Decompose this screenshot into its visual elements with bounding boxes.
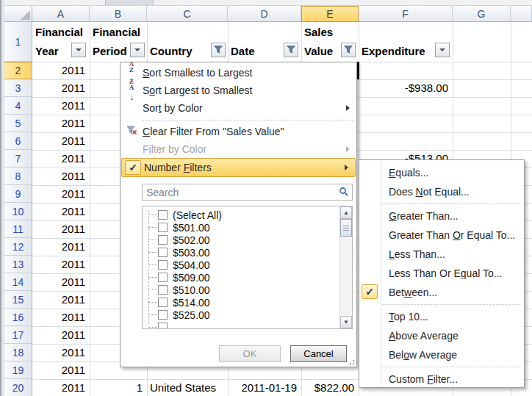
menu-item-sort-by-color[interactable]: Sort by Color (121, 99, 356, 117)
checkbox[interactable] (158, 310, 168, 320)
checkbox[interactable] (158, 223, 168, 232)
cell-E20[interactable]: $822.00 (301, 379, 358, 396)
list-scrollbar[interactable]: ▲ ▼ (339, 206, 352, 328)
value-item-525-00[interactable]: $525.00 (143, 309, 352, 321)
scroll-down-button[interactable]: ▼ (340, 316, 352, 328)
checkbox[interactable] (158, 298, 168, 307)
cell-A7[interactable]: 2011 (32, 150, 89, 168)
row-header-9[interactable]: 9 (4, 185, 32, 203)
row-header-11[interactable]: 11 (4, 220, 32, 238)
row-header-15[interactable]: 15 (4, 291, 32, 309)
expenditure-filter-button[interactable] (435, 43, 450, 57)
cell-A19[interactable]: 2011 (32, 361, 89, 379)
cell-A18[interactable]: 2011 (32, 344, 89, 361)
row-header-3[interactable]: 3 (4, 79, 32, 97)
submenu-item-less-than[interactable]: Less Than... (359, 245, 524, 264)
cell-A13[interactable]: 2011 (32, 256, 89, 273)
cell-A16[interactable]: 2011 (32, 309, 89, 326)
checkbox[interactable] (158, 235, 168, 245)
value-item-partial[interactable] (143, 321, 352, 329)
row-header-7[interactable]: 7 (4, 150, 32, 168)
value-item-504-00[interactable]: $504.00 (143, 259, 352, 271)
resize-grip[interactable] (346, 356, 354, 364)
submenu-item-custom-filter[interactable]: Custom Filter... (359, 370, 524, 389)
select-all-corner[interactable] (4, 6, 32, 22)
scroll-thumb[interactable] (340, 219, 352, 237)
submenu-item-above-average[interactable]: Above Average (359, 326, 524, 345)
column-header-F[interactable]: F (359, 6, 453, 22)
cell-F3[interactable]: -$938.00 (359, 79, 452, 97)
cell-A6[interactable]: 2011 (32, 132, 89, 150)
row-header-5[interactable]: 5 (4, 115, 32, 132)
value-item-501-00[interactable]: $501.00 (143, 221, 352, 234)
submenu-item-top-10[interactable]: Top 10... (359, 307, 524, 326)
menu-item-number-filters[interactable]: ✓Number Filters (121, 158, 356, 177)
row-header-13[interactable]: 13 (4, 256, 32, 273)
submenu-item-equals[interactable]: Equals... (359, 163, 524, 182)
submenu-item-greater-than-or-equal-to[interactable]: Greater Than Or Equal To... (359, 226, 524, 245)
column-header-E[interactable]: E (301, 6, 359, 22)
checkbox[interactable] (158, 273, 168, 282)
row-header-18[interactable]: 18 (4, 344, 32, 361)
checkbox[interactable] (158, 323, 168, 329)
cell-D20[interactable]: 2011-01-19 (228, 379, 301, 396)
cell-B20[interactable]: 1 (90, 379, 146, 396)
row-header-4[interactable]: 4 (4, 97, 32, 115)
value-item-502-00[interactable]: $502.00 (143, 234, 352, 246)
row-header-6[interactable]: 6 (4, 132, 32, 150)
menu-item-sort-smallest-to-largest[interactable]: AZ↓Sort Smallest to Largest (121, 64, 356, 82)
row-header-16[interactable]: 16 (4, 309, 32, 326)
cell-A20[interactable]: 2011 (32, 379, 89, 396)
column-header-C[interactable]: C (147, 6, 228, 22)
submenu-item-between[interactable]: ✓Between... (359, 283, 524, 302)
cell-A9[interactable]: 2011 (32, 185, 89, 203)
cell-A11[interactable]: 2011 (32, 220, 89, 238)
cell-A14[interactable]: 2011 (32, 273, 89, 291)
submenu-item-below-average[interactable]: Below Average (359, 345, 524, 364)
search-icon[interactable] (339, 187, 348, 198)
country-filter-button[interactable] (211, 43, 226, 57)
menu-item-filter-by-color[interactable]: Filter by Color (121, 140, 356, 158)
date-filter-button[interactable] (284, 43, 298, 57)
value-item-510-00[interactable]: $510.00 (143, 284, 352, 296)
row-header-17[interactable]: 17 (4, 326, 32, 344)
cancel-button[interactable]: Cancel (290, 345, 347, 362)
cell-A17[interactable]: 2011 (32, 326, 89, 344)
column-header-A[interactable]: A (32, 6, 90, 22)
cell-A3[interactable]: 2011 (32, 79, 89, 97)
cell-A15[interactable]: 2011 (32, 291, 89, 309)
checkbox[interactable] (158, 260, 168, 270)
search-input[interactable]: Search (142, 184, 353, 201)
cell-C20[interactable]: United States (147, 379, 227, 396)
sales-value-filter-button[interactable] (341, 43, 356, 57)
ok-button[interactable]: OK (219, 345, 281, 362)
submenu-item-less-than-or-equal-to[interactable]: Less Than Or Equal To... (359, 264, 524, 283)
cell-A2[interactable]: 2011 (32, 62, 89, 79)
row-header-19[interactable]: 19 (4, 361, 32, 379)
value-item-503-00[interactable]: $503.00 (143, 246, 352, 259)
financial-year-filter-button[interactable] (71, 43, 86, 57)
cell-A5[interactable]: 2011 (32, 115, 89, 132)
row-header-12[interactable]: 12 (4, 238, 32, 256)
row-header-2[interactable]: 2 (4, 62, 32, 79)
menu-item-clear-filter-from-sales-value[interactable]: Clear Filter From "Sales Value" (121, 123, 356, 140)
column-header-G[interactable]: G (453, 6, 511, 22)
cell-A10[interactable]: 2011 (32, 203, 89, 220)
menu-item-sort-largest-to-smallest[interactable]: ZA↓Sort Largest to Smallest (121, 82, 356, 99)
column-header-B[interactable]: B (90, 6, 147, 22)
row-header-20[interactable]: 20 (4, 379, 32, 396)
value-item-514-00[interactable]: $514.00 (143, 296, 352, 309)
submenu-item-does-not-equal[interactable]: Does Not Equal... (359, 182, 524, 201)
checkbox[interactable] (158, 210, 168, 220)
cell-A8[interactable]: 2011 (32, 168, 89, 185)
row-header-1[interactable]: 1 (4, 22, 32, 62)
row-header-14[interactable]: 14 (4, 273, 32, 291)
submenu-item-greater-than[interactable]: Greater Than... (359, 206, 524, 226)
value-item-select-all[interactable]: (Select All) (143, 209, 352, 221)
checkbox[interactable] (158, 285, 168, 295)
scroll-up-button[interactable]: ▲ (340, 206, 352, 219)
column-header-D[interactable]: D (228, 6, 301, 22)
row-header-8[interactable]: 8 (4, 168, 32, 185)
financial-period-filter-button[interactable] (130, 43, 145, 57)
checkbox[interactable] (158, 248, 168, 257)
